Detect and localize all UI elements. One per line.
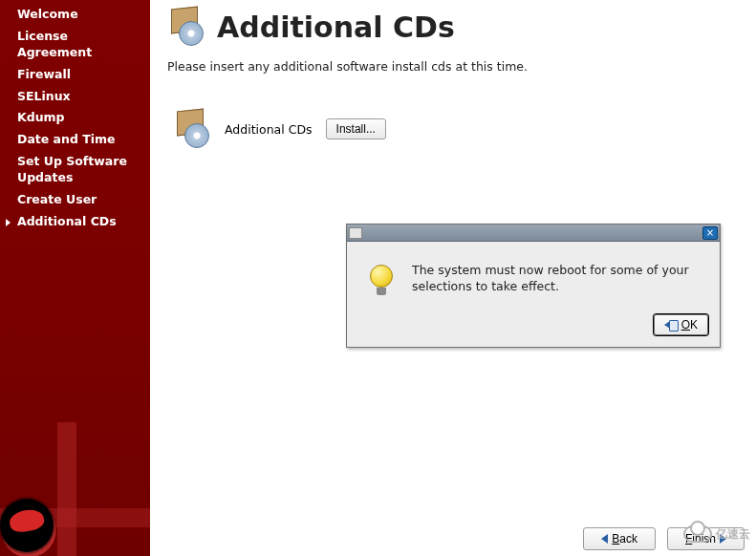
sidebar-item-license-agreement[interactable]: License Agreement [0,26,150,64]
install-label: Additional CDs [225,122,313,137]
dialog-titlebar-icon [349,227,362,239]
apply-icon [664,319,678,331]
finish-button[interactable]: Finish [667,527,745,550]
page-title: Additional CDs [217,11,455,44]
footer-buttons: Back Finish [162,527,745,550]
sidebar-item-selinux[interactable]: SELinux [0,86,150,108]
finish-button-label: Finish [685,532,716,545]
package-cd-icon [173,110,211,148]
back-button[interactable]: Back [583,527,656,550]
lightbulb-icon [368,265,395,297]
sidebar-item-software-updates[interactable]: Set Up Software Updates [0,151,150,189]
sidebar-item-welcome[interactable]: Welcome [0,4,150,26]
main-content: Additional CDs Please insert any additio… [150,0,756,556]
dialog-body: The system must now reboot for some of y… [347,242,720,307]
back-button-label: Back [612,532,637,545]
install-row: Additional CDs Install... [173,110,739,148]
page-header: Additional CDs [167,8,739,46]
ok-button-label: OK [681,318,698,331]
arrow-right-icon [720,534,726,544]
sidebar-item-kdump[interactable]: Kdump [0,107,150,129]
ok-button[interactable]: OK [654,314,708,335]
dialog-titlebar[interactable]: × [347,225,720,242]
dialog-close-button[interactable]: × [702,226,718,240]
dialog-message: The system must now reboot for some of y… [412,263,701,297]
sidebar-item-create-user[interactable]: Create User [0,189,150,211]
arrow-left-icon [601,534,608,544]
sidebar-item-firewall[interactable]: Firewall [0,64,150,86]
reboot-dialog: × The system must now reboot for some of… [346,224,721,348]
package-cd-icon [167,8,205,46]
install-button[interactable]: Install... [326,118,386,139]
sidebar: Welcome License Agreement Firewall SELin… [0,0,150,556]
page-description: Please insert any additional software in… [167,59,739,74]
sidebar-item-date-and-time[interactable]: Date and Time [0,129,150,151]
redhat-logo [0,499,57,556]
dialog-actions: OK [347,307,720,347]
sidebar-item-additional-cds[interactable]: Additional CDs [0,211,150,233]
